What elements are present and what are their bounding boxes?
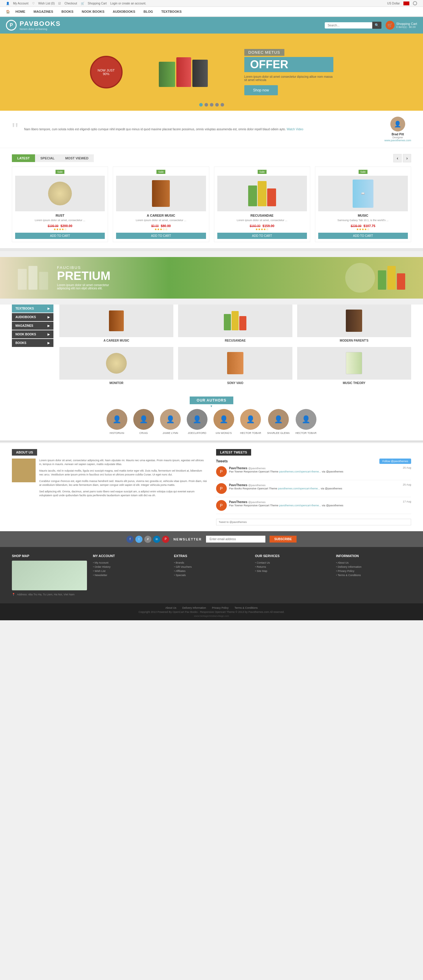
footer-extras-item-2[interactable]: Affiliates bbox=[174, 569, 249, 573]
cat-product-img-0 bbox=[59, 304, 173, 337]
cat-arrow-icon: ▶ bbox=[48, 324, 50, 327]
footer-extras-item-0[interactable]: Brands bbox=[174, 561, 249, 565]
footer-extras-list: Brands Gift Vouchers Affiliates Specials bbox=[174, 561, 249, 577]
add-cart-button-2[interactable]: ADD TO CART bbox=[217, 233, 307, 239]
author-item-4: 👤 IAN WONG'S bbox=[213, 409, 234, 434]
hero-dot-5[interactable] bbox=[221, 103, 224, 107]
footer-account-item-3[interactable]: Newsletter bbox=[93, 573, 168, 577]
cat-magazines-btn[interactable]: MAGAZINES ▶ bbox=[12, 322, 53, 330]
footer-services-item-1[interactable]: Returns bbox=[255, 565, 330, 569]
nav-books[interactable]: BOOKS bbox=[57, 7, 78, 16]
cat-product-title-5: MUSIC THEORY bbox=[297, 381, 411, 385]
add-cart-button-0[interactable]: ADD TO CART bbox=[15, 233, 105, 239]
category-sidebar: TEXTBOOKS ▶ AUDIOBOOKS ▶ MAGAZINES ▶ NOO… bbox=[12, 304, 53, 385]
search-button[interactable]: 🔍 bbox=[372, 22, 382, 29]
tab-next-button[interactable]: › bbox=[403, 154, 411, 162]
search-input[interactable] bbox=[325, 22, 372, 29]
hero-dot-4[interactable] bbox=[215, 103, 219, 107]
tweet-compose-input[interactable] bbox=[216, 519, 412, 525]
location-icon: 📍 bbox=[12, 593, 15, 596]
nav-blog[interactable]: BLOG bbox=[140, 7, 157, 16]
product-title-0: RUST bbox=[15, 214, 105, 217]
add-cart-button-3[interactable]: ADD TO CART bbox=[318, 233, 408, 239]
shop-now-button[interactable]: Shop now bbox=[244, 85, 278, 95]
product-title-3: MUSIC bbox=[318, 214, 408, 217]
nav-magazines[interactable]: MAGAZINES bbox=[29, 7, 57, 16]
footer-extras-item-3[interactable]: Specials bbox=[174, 573, 249, 577]
newsletter-email-input[interactable] bbox=[206, 536, 266, 542]
follow-button[interactable]: Follow @pavothemes bbox=[379, 458, 411, 464]
cat-books-btn[interactable]: BOOKS ▶ bbox=[12, 339, 53, 347]
tweet-body-2: PavoThemes @pavothemes 17 Aug Pav Towner… bbox=[229, 500, 412, 511]
tweet-link-2[interactable]: pavothemes.com/opencart-theme... bbox=[279, 504, 321, 507]
footer-services-item-0[interactable]: Contact Us bbox=[255, 561, 330, 565]
footer-extras-item-1[interactable]: Gift Vouchers bbox=[174, 565, 249, 569]
hero-dot-3[interactable] bbox=[210, 103, 213, 107]
twitter-icon[interactable]: t bbox=[135, 536, 143, 543]
footer-map-inner bbox=[12, 561, 87, 590]
add-cart-button-1[interactable]: ADD TO CART bbox=[116, 233, 206, 239]
nav-textbooks[interactable]: TEXTBOOKS bbox=[157, 7, 186, 16]
tweet-link-1[interactable]: pavothemes.com/opencart-theme... bbox=[278, 487, 320, 490]
author-name-3: JOECLIFFORD bbox=[187, 431, 207, 434]
cat-nook-books-btn[interactable]: NOOK BOOKS ▶ bbox=[12, 330, 53, 338]
social-icons: f t ✗ in P bbox=[126, 536, 169, 543]
sale-badge-1: Sale bbox=[156, 170, 165, 174]
logo-text: PAVBOOKS Norem dolor sit feening bbox=[20, 20, 61, 30]
nav-nook-books[interactable]: NOOK BOOKS bbox=[78, 7, 108, 16]
facebook-icon[interactable]: f bbox=[126, 536, 134, 543]
linkedin-icon[interactable]: in bbox=[153, 536, 160, 543]
tab-prev-button[interactable]: ‹ bbox=[393, 154, 402, 162]
footer-bottom-links: About Us Delivery Information Privacy Po… bbox=[12, 606, 411, 609]
search-box: 🔍 bbox=[325, 22, 382, 29]
footer-info-item-2[interactable]: Privacy Policy bbox=[336, 569, 411, 573]
hero-dot-2[interactable] bbox=[205, 103, 208, 107]
hero-dot-1[interactable] bbox=[199, 103, 203, 107]
product-section: LATEST SPECIAL MOST VIEWED ‹ › Sale RUST… bbox=[0, 148, 423, 248]
footer-copyright: Copyright 2013 Powered By OpenCart Pav B… bbox=[12, 611, 411, 614]
my-account-link[interactable]: My Account bbox=[13, 2, 29, 5]
close-icon[interactable]: ✗ bbox=[144, 536, 151, 543]
footer-info-item-1[interactable]: Delivery Information bbox=[336, 565, 411, 569]
footer-privacy-link[interactable]: Privacy Policy bbox=[212, 606, 229, 609]
tweet-date-0: 25 Aug bbox=[403, 466, 411, 469]
pinterest-icon[interactable]: P bbox=[162, 536, 169, 543]
tab-latest[interactable]: LATEST bbox=[12, 154, 35, 162]
cat-textbooks-btn[interactable]: TEXTBOOKS ▶ bbox=[12, 304, 53, 312]
wishlist-link[interactable]: Wish List (0) bbox=[38, 2, 55, 5]
cat-arrow-icon: ▶ bbox=[48, 333, 50, 336]
quote-mark: " bbox=[12, 121, 18, 138]
cat-arrow-icon: ▶ bbox=[48, 307, 50, 310]
nav-home[interactable]: HOME bbox=[11, 7, 29, 16]
subscribe-button[interactable]: SUBSCRIBE bbox=[270, 536, 297, 542]
footer-account-item-2[interactable]: Wish List bbox=[93, 569, 168, 573]
checkout-link[interactable]: Checkout bbox=[64, 2, 77, 5]
shopping-cart-link[interactable]: Shopping Cart bbox=[88, 2, 107, 5]
book-dark bbox=[192, 60, 208, 87]
footer-info-item-0[interactable]: About Us bbox=[336, 561, 411, 565]
cat-product-2: MODERN PARENT'S bbox=[297, 304, 411, 342]
footer-account-item-0[interactable]: My Account bbox=[93, 561, 168, 565]
nav-audiobooks[interactable]: AUDIOBOOKS bbox=[109, 7, 140, 16]
topbar-cart-icon: 🛒 bbox=[81, 2, 84, 5]
cat-product-3: MONITOR bbox=[59, 347, 173, 385]
hero-discount-badge: NOW JUST 90% bbox=[90, 56, 122, 88]
footer-about-link[interactable]: About Us bbox=[165, 606, 177, 609]
footer-delivery-link[interactable]: Delivery Information bbox=[182, 606, 206, 609]
cat-audiobooks-btn[interactable]: AUDIOBOOKS ▶ bbox=[12, 313, 53, 321]
watch-video-link[interactable]: Watch Video bbox=[287, 127, 304, 131]
footer-map bbox=[12, 561, 87, 590]
footer-info-item-3[interactable]: Terms & Conditions bbox=[336, 573, 411, 577]
footer-services-item-2[interactable]: Site Map bbox=[255, 569, 330, 573]
author-site: www.pavothemes.com bbox=[385, 139, 411, 142]
footer-account-item-1[interactable]: Order History bbox=[93, 565, 168, 569]
footer-services: OUR SERVICES Contact Us Returns Site Map bbox=[255, 554, 330, 597]
tweet-link-0[interactable]: pavothemes.com/opencart-theme... bbox=[279, 470, 321, 473]
product-title-1: A CAREER MUSIC bbox=[116, 214, 206, 217]
login-link[interactable]: Login or create an account. bbox=[110, 2, 146, 5]
sale-badge-2: Sale bbox=[258, 170, 267, 174]
cart-area[interactable]: 🛒 Shopping Cart 0 item(s) - $0.00 bbox=[386, 21, 417, 30]
tab-special[interactable]: SPECIAL bbox=[35, 154, 60, 162]
footer-terms-link[interactable]: Terms & Conditions bbox=[234, 606, 258, 609]
tab-most-viewed[interactable]: MOST VIEWED bbox=[60, 154, 94, 162]
